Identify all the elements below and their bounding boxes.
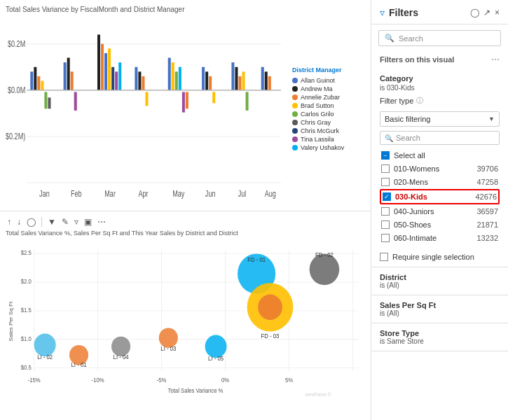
svg-rect-35 [205,71,208,90]
svg-text:LI - 05: LI - 05 [208,356,224,362]
legend-dot-5 [292,111,298,117]
svg-text:-15%: -15% [28,377,41,383]
svg-rect-42 [246,92,249,110]
svg-text:-5%: -5% [157,377,167,383]
svg-text:Mar: Mar [104,189,116,198]
svg-rect-10 [41,81,43,90]
dropdown-arrow-icon: ▼ [488,115,495,122]
svg-text:FD - 02: FD - 02 [315,252,334,258]
svg-rect-41 [242,71,245,90]
legend-name-4: Brad Sutton [301,102,334,109]
checkbox-juniors[interactable] [381,207,390,216]
svg-point-85 [34,333,56,356]
filter-item-intimate[interactable]: 060-Intimate 13232 [380,232,500,244]
svg-rect-22 [115,71,118,90]
filter-item-juniors[interactable]: 040-Juniors 36597 [380,205,500,218]
filters-header: ▿ Filters ◯ ↗ × [371,0,508,24]
select-all-checkbox[interactable] [381,151,390,160]
item-name-womens: 010-Womens [394,164,472,173]
svg-rect-31 [179,67,181,90]
toolbar-sep-1 [41,217,42,227]
svg-text:LI - 04: LI - 04 [114,354,129,360]
item-name-kids: 030-Kids [395,192,471,201]
filter-search-box[interactable]: 🔍 Search [380,131,500,145]
svg-rect-28 [168,58,171,90]
filter-item-kids[interactable]: 030-Kids 42676 [380,189,500,204]
svg-text:FD - 01: FD - 01 [247,256,266,262]
category-sub: is 030-Kids [380,84,500,92]
svg-text:$0.0M: $0.0M [8,85,25,94]
forward-icon[interactable]: ↓ [15,216,22,228]
filters-more-icon[interactable]: ⋯ [491,55,500,64]
search-icon: 🔍 [385,34,394,43]
filters-header-icons: ◯ ↗ × [470,8,500,18]
svg-text:FD - 03: FD - 03 [261,332,280,339]
svg-text:Total Sales Variance %: Total Sales Variance % [168,388,224,394]
svg-rect-43 [261,67,264,90]
pin-icon[interactable]: ✎ [60,216,70,228]
store-type-filter-section: Store Type is Same Store [371,323,508,351]
chart-toolbar: ↑ ↓ ◯ ▼ ✎ ▿ ▣ ⋯ [6,216,365,228]
filter-type-dropdown[interactable]: Basic filtering ▼ [380,111,500,127]
checkbox-kids[interactable] [383,192,391,201]
bar-chart-area: $0.2M $0.0M ($0.2M) [6,16,365,202]
refresh-icon[interactable]: ◯ [25,216,37,228]
sales-filter-section: Sales Per Sq Ft is (All) [371,295,508,323]
item-count-juniors: 36597 [476,207,498,216]
item-count-shoes: 21871 [476,220,498,229]
checkbox-womens[interactable] [381,164,390,173]
svg-rect-30 [175,71,178,90]
select-all-label: Select all [394,151,498,160]
svg-text:$0.2M: $0.2M [8,38,25,48]
filters-title: Filters [389,7,466,18]
back-icon[interactable]: ↑ [6,216,13,228]
svg-rect-12 [48,97,50,108]
svg-rect-17 [97,34,100,90]
filter-item-mens[interactable]: 020-Mens 47258 [380,176,500,188]
filter-search-placeholder: Search [396,134,420,142]
require-single-checkbox[interactable] [380,253,388,261]
legend-item-1: Allan Guinot [292,77,365,84]
svg-rect-23 [118,62,121,90]
district-filter-section: District is (All) [371,267,508,295]
filter-icon[interactable]: ▼ [46,216,57,228]
refresh-filter-icon[interactable]: ◯ [470,8,479,18]
checkbox-mens[interactable] [381,178,390,186]
filter-item-shoes[interactable]: 050-Shoes 21871 [380,218,500,231]
store-type-sub: is Same Store [380,337,500,345]
global-search-box[interactable]: 🔍 Search [378,30,501,46]
svg-rect-21 [111,67,114,90]
close-filter-icon[interactable]: × [495,8,500,18]
item-name-shoes: 050-Shoes [394,220,472,229]
more-icon[interactable]: ⋯ [96,216,107,228]
global-search-placeholder: Search [399,34,423,43]
svg-rect-29 [172,62,174,90]
sales-sub: is (All) [380,309,500,317]
item-count-mens: 47258 [476,178,498,186]
legend-item-5: Carlos Grilo [292,111,365,118]
category-label: Category [380,74,500,83]
checkbox-intimate[interactable] [381,234,390,242]
checkbox-shoes[interactable] [381,220,390,229]
legend-item-6: Chris Gray [292,119,365,126]
filter-item-womens[interactable]: 010-Womens 39706 [380,162,500,175]
legend-item-2: Andrew Ma [292,85,365,92]
filters-on-visual-row: Filters on this visual ⋯ [371,52,508,69]
chart-legend: District Manager Allan Guinot Andrew Ma … [288,16,365,202]
svg-rect-25 [138,71,141,90]
item-name-mens: 020-Mens [394,178,472,186]
svg-text:-10%: -10% [92,377,104,383]
svg-text:xeroForce ©: xeroForce © [305,392,331,397]
expand-icon[interactable]: ▣ [83,216,93,228]
filter2-icon[interactable]: ▿ [73,216,80,228]
legend-dot-6 [292,120,298,125]
select-all-item[interactable]: Select all [380,149,500,162]
legend-item-7: Chris McGurk [292,127,365,134]
svg-rect-45 [268,76,271,90]
legend-dot-9 [292,145,298,150]
bar-chart-svg: $0.2M $0.0M ($0.2M) [6,16,288,202]
filters-panel: ▿ Filters ◯ ↗ × 🔍 Search Filters on this… [371,0,508,420]
item-count-intimate: 13232 [476,234,498,242]
svg-rect-19 [104,53,107,90]
expand-filter-icon[interactable]: ↗ [483,8,490,18]
